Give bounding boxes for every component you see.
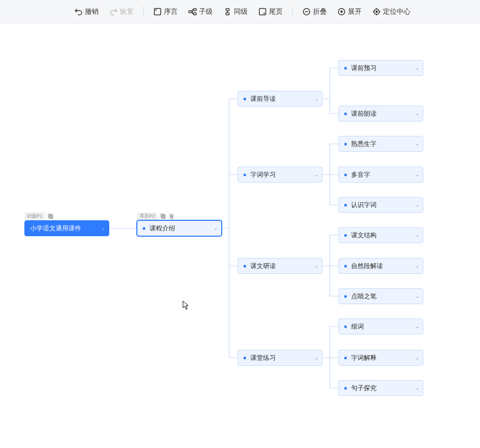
collapse-button[interactable]: 折叠 xyxy=(298,5,331,19)
redo-button[interactable]: 恢复 xyxy=(105,5,138,19)
node-l5[interactable]: 认识字词⌄ xyxy=(338,197,423,213)
chevron-down-icon[interactable]: ⌄ xyxy=(415,202,420,208)
svg-rect-2 xyxy=(189,11,191,13)
chevron-down-icon[interactable]: ⌄ xyxy=(415,232,420,238)
node-label: 课堂练习 xyxy=(250,354,276,363)
node-l4[interactable]: 多音字⌄ xyxy=(338,167,423,183)
chevron-down-icon[interactable]: ⌄ xyxy=(415,111,420,116)
node-meta-intro: 序言P2 xyxy=(137,211,174,221)
chevron-down-icon[interactable]: ⌄ xyxy=(315,355,319,360)
bullet xyxy=(344,67,347,70)
end-icon xyxy=(258,7,267,16)
node-l8[interactable]: 点睛之笔⌄ xyxy=(338,288,423,304)
center-button[interactable]: 定位中心 xyxy=(368,5,415,19)
node-l1[interactable]: 课前预习⌄ xyxy=(338,60,423,76)
bullet xyxy=(344,113,347,115)
node-l11[interactable]: 句子探究⌄ xyxy=(338,380,423,396)
svg-rect-4 xyxy=(194,13,196,15)
node-label: 课程介绍 xyxy=(150,224,175,233)
node-label: 课前导读 xyxy=(250,94,276,104)
node-root[interactable]: 小学语文通用课件⌄ xyxy=(24,220,109,236)
node-label: 课文结构 xyxy=(351,231,377,240)
toolbar: 撤销 恢复 序言 子级 同级 尾页 折叠 展开 定位中心 xyxy=(0,0,480,23)
bullet xyxy=(344,234,347,237)
node-l6[interactable]: 课文结构⌄ xyxy=(338,227,423,243)
divider xyxy=(292,6,293,17)
bullet xyxy=(344,174,347,176)
child-icon xyxy=(188,7,197,16)
chevron-down-icon[interactable]: ⌄ xyxy=(415,385,420,391)
child-label: 子级 xyxy=(199,7,213,16)
node-label: 点睛之笔 xyxy=(351,292,377,301)
node-n2[interactable]: 字词学习⌄ xyxy=(238,167,322,183)
node-intro[interactable]: 课程介绍⌄ xyxy=(137,220,222,236)
copy-icon[interactable] xyxy=(160,213,166,219)
svg-rect-13 xyxy=(48,214,51,217)
chevron-down-icon[interactable]: ⌄ xyxy=(415,294,420,299)
node-n3[interactable]: 课文研读⌄ xyxy=(238,258,322,274)
sibling-icon xyxy=(223,7,232,16)
chevron-down-icon[interactable]: ⌄ xyxy=(315,263,319,269)
chevron-down-icon[interactable]: ⌄ xyxy=(415,65,420,71)
chevron-down-icon[interactable]: ⌄ xyxy=(415,141,420,147)
node-label: 自然段解读 xyxy=(351,262,383,271)
node-label: 课文研读 xyxy=(250,262,276,271)
bullet xyxy=(243,357,246,359)
node-n4[interactable]: 课堂练习⌄ xyxy=(238,350,322,366)
node-l10[interactable]: 字词解释⌄ xyxy=(338,350,423,366)
undo-button[interactable]: 撤销 xyxy=(70,5,103,19)
svg-rect-15 xyxy=(161,214,163,217)
preface-icon xyxy=(153,7,162,16)
chevron-down-icon[interactable]: ⌄ xyxy=(415,355,420,360)
chevron-down-icon[interactable]: ⌄ xyxy=(214,226,218,231)
chevron-down-icon[interactable]: ⌄ xyxy=(415,324,420,329)
mindmap-canvas[interactable]: 封面P1 小学语文通用课件⌄ 序言P2 课程介绍⌄ 目录P3章节P4 课前导读⌄… xyxy=(0,23,480,448)
sibling-label: 同级 xyxy=(234,7,248,16)
svg-point-8 xyxy=(264,13,265,13)
node-l7[interactable]: 自然段解读⌄ xyxy=(338,258,423,274)
center-icon xyxy=(372,7,381,16)
node-l3[interactable]: 熟悉生字⌄ xyxy=(338,136,423,152)
bullet xyxy=(344,357,347,359)
chevron-down-icon[interactable]: ⌄ xyxy=(315,172,319,177)
bullet xyxy=(344,295,347,298)
collapse-label: 折叠 xyxy=(313,7,327,16)
bullet xyxy=(243,174,246,176)
node-l2[interactable]: 课前朗读⌄ xyxy=(338,106,423,122)
bullet xyxy=(344,143,347,145)
preface-button[interactable]: 序言 xyxy=(149,5,182,19)
node-label: 字词解释 xyxy=(351,354,377,363)
child-button[interactable]: 子级 xyxy=(184,5,217,19)
bullet xyxy=(344,204,347,206)
delete-icon[interactable] xyxy=(168,213,174,219)
collapse-icon xyxy=(302,7,311,16)
sibling-button[interactable]: 同级 xyxy=(219,5,252,19)
expand-label: 展开 xyxy=(348,7,362,16)
end-label: 尾页 xyxy=(269,7,283,16)
node-label: 小学语文通用课件 xyxy=(30,224,81,233)
expand-button[interactable]: 展开 xyxy=(333,5,366,19)
end-button[interactable]: 尾页 xyxy=(254,5,287,19)
node-label: 课前朗读 xyxy=(351,109,377,118)
chevron-down-icon[interactable]: ⌄ xyxy=(415,263,420,269)
copy-icon[interactable] xyxy=(47,213,54,219)
bullet xyxy=(344,265,347,268)
node-l9[interactable]: 组词⌄ xyxy=(338,318,423,334)
node-meta-root: 封面P1 xyxy=(24,211,54,221)
node-label: 认识字词 xyxy=(351,201,377,210)
chevron-down-icon[interactable]: ⌄ xyxy=(415,172,420,177)
meta-tag: 序言P2 xyxy=(137,212,158,220)
center-label: 定位中心 xyxy=(383,7,411,16)
cursor-icon xyxy=(182,300,190,312)
chevron-down-icon[interactable]: ⌄ xyxy=(101,226,106,231)
bullet xyxy=(344,325,347,328)
chevron-down-icon[interactable]: ⌄ xyxy=(315,96,319,101)
bullet xyxy=(243,265,246,268)
bullet xyxy=(143,227,145,230)
node-n1[interactable]: 课前导读⌄ xyxy=(238,91,322,107)
preface-label: 序言 xyxy=(164,7,178,16)
node-label: 课前预习 xyxy=(351,64,377,73)
svg-rect-16 xyxy=(162,215,164,218)
node-label: 组词 xyxy=(351,322,364,331)
node-label: 熟悉生字 xyxy=(351,140,377,149)
